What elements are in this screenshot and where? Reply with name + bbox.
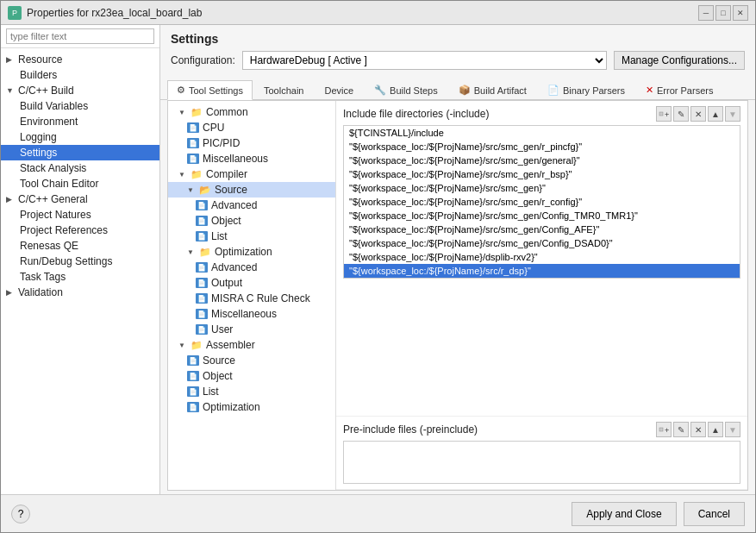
add-include-button[interactable]: + — [656, 106, 672, 122]
move-down-button[interactable]: ▼ — [725, 106, 740, 122]
ltree-item-label: Compiler — [206, 168, 247, 180]
ltree-asm-source[interactable]: 📄 Source — [168, 353, 335, 368]
ltree-optimization[interactable]: ▼ 📁 Optimization — [168, 244, 335, 260]
ltree-item-label: MISRA C Rule Check — [211, 292, 310, 304]
ltree-compiler[interactable]: ▼ 📁 Compiler — [168, 166, 335, 182]
sidebar-item-label: Builders — [20, 69, 57, 81]
preinclude-list — [343, 441, 740, 484]
page-icon: 📄 — [187, 371, 199, 381]
sidebar-item-cpp-build[interactable]: ▼ C/C++ Build — [1, 83, 159, 98]
list-item[interactable]: "${workspace_loc:/${ProjName}/src/smc_ge… — [344, 236, 740, 250]
ltree-advanced[interactable]: 📄 Advanced — [168, 198, 335, 213]
chevron-down-icon: ▼ — [6, 86, 15, 95]
list-item[interactable]: "${workspace_loc:/${ProjName}/src/smc_ge… — [344, 140, 740, 154]
sidebar-tree: ▶ Resource Builders ▼ C/C++ Build Build … — [1, 48, 159, 494]
sidebar-item-resource[interactable]: ▶ Resource — [1, 52, 159, 67]
sidebar-item-project-natures[interactable]: Project Natures — [1, 207, 159, 223]
close-button[interactable]: ✕ — [733, 5, 748, 21]
sidebar-item-logging[interactable]: Logging — [1, 129, 159, 145]
list-item[interactable]: "${workspace_loc:/${ProjName}/src/smc_ge… — [344, 181, 740, 195]
sidebar-item-label: Renesas QE — [20, 240, 78, 252]
delete-preinclude-button[interactable]: ✕ — [690, 422, 706, 437]
move-up-preinclude-button[interactable]: ▲ — [708, 422, 723, 437]
sidebar-item-renesas-qe[interactable]: Renesas QE — [1, 238, 159, 254]
tab-error-parsers[interactable]: ✕ Error Parsers — [636, 80, 722, 99]
filter-input[interactable] — [6, 28, 154, 44]
ltree-misc2[interactable]: 📄 Miscellaneous — [168, 306, 335, 322]
chevron-down-icon: ▼ — [178, 342, 187, 349]
ltree-assembler[interactable]: ▼ 📁 Assembler — [168, 337, 335, 353]
ltree-pic-pid[interactable]: 📄 PIC/PID — [168, 135, 335, 151]
list-item[interactable]: "${workspace_loc:/${ProjName}/src/smc_ge… — [344, 195, 740, 209]
sidebar-item-project-references[interactable]: Project References — [1, 223, 159, 238]
tab-toolchain[interactable]: Toolchain — [254, 80, 313, 99]
ltree-common[interactable]: ▼ 📁 Common — [168, 104, 335, 120]
window-title: Properties for rx23ea_local_board_lab — [27, 7, 202, 19]
cancel-button[interactable]: Cancel — [684, 502, 745, 526]
move-up-button[interactable]: ▲ — [708, 106, 723, 122]
delete-include-button[interactable]: ✕ — [690, 106, 706, 122]
ltree-list[interactable]: 📄 List — [168, 229, 335, 244]
minimize-button[interactable]: ─ — [698, 5, 714, 21]
tab-build-artifact[interactable]: 📦 Build Artifact — [449, 80, 536, 99]
config-row: Configuration: HardwareDebug [ Active ] … — [171, 51, 745, 70]
tab-tool-settings[interactable]: ⚙ Tool Settings — [167, 80, 253, 100]
sidebar-item-label: Validation — [18, 286, 63, 298]
config-select[interactable]: HardwareDebug [ Active ] — [242, 51, 607, 70]
title-bar: P Properties for rx23ea_local_board_lab … — [1, 1, 755, 25]
ltree-asm-list[interactable]: 📄 List — [168, 384, 335, 399]
ltree-item-label: Source — [215, 184, 247, 196]
tab-build-steps[interactable]: 🔧 Build Steps — [365, 80, 447, 99]
page-icon: 📄 — [196, 216, 208, 226]
ltree-source[interactable]: ▼ 📂 Source — [168, 182, 335, 198]
sidebar-item-label: C/C++ Build — [18, 85, 74, 97]
sidebar-item-task-tags[interactable]: Task Tags — [1, 269, 159, 285]
chevron-down-icon: ▼ — [178, 109, 187, 116]
ltree-cpu[interactable]: 📄 CPU — [168, 120, 335, 135]
list-item[interactable]: ${TCINSTALL}/include — [344, 126, 740, 140]
sidebar-item-tool-chain-editor[interactable]: Tool Chain Editor — [1, 176, 159, 191]
maximize-button[interactable]: □ — [715, 5, 731, 21]
ltree-asm-object[interactable]: 📄 Object — [168, 368, 335, 384]
preinclude-section: Pre-include files (-preinclude) + ✎ ✕ ▲ … — [336, 417, 747, 490]
list-item[interactable]: "${workspace_loc:/${ProjName}/src/smc_ge… — [344, 167, 740, 181]
list-item[interactable]: "${workspace_loc:/${ProjName}/src/smc_ge… — [344, 154, 740, 167]
edit-include-button[interactable]: ✎ — [673, 106, 689, 122]
tab-device[interactable]: Device — [315, 80, 363, 99]
sidebar-item-cpp-general[interactable]: ▶ C/C++ General — [1, 191, 159, 207]
list-item[interactable]: "${workspace_loc:/${ProjName}/src/smc_ge… — [344, 223, 740, 236]
sidebar-item-settings[interactable]: Settings — [1, 145, 159, 160]
edit-preinclude-button[interactable]: ✎ — [673, 422, 689, 437]
ltree-miscellaneous[interactable]: 📄 Miscellaneous — [168, 151, 335, 166]
list-item[interactable]: "${workspace_loc:/${ProjName}/src/smc_ge… — [344, 209, 740, 223]
sidebar-item-run-debug[interactable]: Run/Debug Settings — [1, 254, 159, 269]
page-icon: 📄 — [187, 402, 199, 412]
ltree-item-label: Advanced — [211, 199, 257, 211]
sidebar-item-environment[interactable]: Environment — [1, 114, 159, 129]
sidebar-item-stack-analysis[interactable]: Stack Analysis — [1, 160, 159, 176]
ltree-opt-advanced[interactable]: 📄 Advanced — [168, 260, 335, 275]
ltree-object[interactable]: 📄 Object — [168, 213, 335, 229]
ltree-asm-opt[interactable]: 📄 Optimization — [168, 399, 335, 415]
ltree-misra[interactable]: 📄 MISRA C Rule Check — [168, 291, 335, 306]
move-down-preinclude-button[interactable]: ▼ — [725, 422, 740, 437]
svg-text:+: + — [665, 110, 669, 119]
page-icon: 📄 — [187, 355, 199, 366]
page-icon: 📄 — [187, 154, 199, 164]
ltree-item-label: Miscellaneous — [203, 153, 268, 165]
list-item[interactable]: "${workspace_loc:/${ProjName}/dsplib-rxv… — [344, 250, 740, 264]
svg-text:+: + — [665, 426, 669, 435]
sidebar-item-builders[interactable]: Builders — [1, 67, 159, 83]
tab-binary-parsers[interactable]: 📄 Binary Parsers — [538, 80, 634, 99]
sidebar-item-build-variables[interactable]: Build Variables — [1, 98, 159, 114]
manage-configurations-button[interactable]: Manage Configurations... — [614, 51, 745, 70]
list-item[interactable]: "${workspace_loc:/${ProjName}/src/r_dsp}… — [344, 264, 740, 278]
apply-close-button[interactable]: Apply and Close — [572, 502, 676, 526]
ltree-output[interactable]: 📄 Output — [168, 275, 335, 291]
sidebar-item-label: Settings — [20, 147, 57, 159]
help-button[interactable]: ? — [11, 505, 30, 524]
ltree-user[interactable]: 📄 User — [168, 322, 335, 337]
content-area: Settings Configuration: HardwareDebug [ … — [160, 25, 755, 494]
add-preinclude-button[interactable]: + — [656, 422, 672, 437]
sidebar-item-validation[interactable]: ▶ Validation — [1, 285, 159, 300]
